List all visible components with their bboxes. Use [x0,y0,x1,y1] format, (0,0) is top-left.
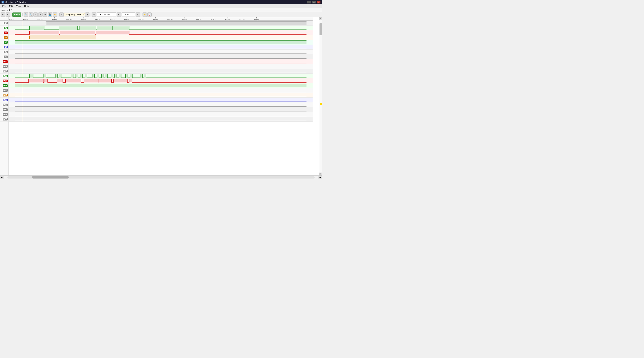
sep4 [90,13,91,16]
channel-label-d6[interactable]: D6 [0,40,8,45]
channel-dropdown-button[interactable]: ▾ [6,12,10,17]
trigger-button[interactable]: ⚡ [142,12,147,17]
run-icon: ▶ [14,13,16,15]
waveform-row-d17 [9,93,312,98]
open-button[interactable]: 📂 [53,12,57,17]
zoom-in-button[interactable]: 🔍 [24,12,28,17]
horizontal-scrollbar-thumb[interactable] [32,176,69,179]
channel-label-d13[interactable]: D13 [0,74,8,78]
channel-label-d10[interactable]: D10 [0,59,8,64]
right-scrollbar[interactable]: ▲ ▼ [319,17,322,175]
device-label[interactable]: Raspberry Pi PICO [64,13,85,16]
waveform-row-d14 [9,78,312,83]
menu-file[interactable]: File [1,4,7,8]
channel-label-d15[interactable]: D15 [0,83,8,88]
window-title: Session 1 - PulseView [6,1,26,3]
sample-rate-select[interactable]: 2.4 MHz 1.2 MHz 4.8 MHz [122,12,135,17]
sep1 [11,13,11,16]
waveform-row-d10 [9,59,312,64]
scrollbar-thumb[interactable] [320,23,322,35]
ruler-tick: +58 μs [124,17,129,21]
waveform-row-d4 [9,30,312,35]
menu-edit[interactable]: Edit [8,4,14,8]
session-bar: Session 1 ▾ [0,8,322,12]
channel-label-d8[interactable]: D8 [0,49,8,54]
ruler-tick: +68 μs [196,17,202,21]
channel-label-d19[interactable]: D19 [0,102,8,107]
menu-help[interactable]: Help [23,4,30,8]
channel-label-d7[interactable]: D7 [0,45,8,49]
channel-label-d12[interactable]: D12 [0,69,8,74]
maximize-button[interactable]: □ [312,1,316,3]
channel-label-d18[interactable]: D18 [0,98,8,102]
waveform-channels [9,21,312,122]
channel-label-d21[interactable]: D21 [0,112,8,117]
yellow-indicator [320,103,322,105]
waveform-row-d9 [9,54,312,59]
save-button[interactable]: 💾 [48,12,52,17]
minimize-button[interactable]: ─ [308,1,311,3]
redo-button[interactable]: ↪ [43,12,47,17]
close-button[interactable]: ✕ [316,1,320,3]
scroll-up-button[interactable]: ▲ [319,17,322,20]
device-settings-icon-button[interactable]: ⚙ [60,12,64,17]
device-dropdown-button[interactable]: ▾ [85,12,90,17]
waveform-row-d15 [9,83,312,88]
decoder-button[interactable]: 📊 [147,12,152,17]
channel-label-d14[interactable]: D14 [0,78,8,83]
waveform-area[interactable]: +42 μs+44 μs+46 μs+48 μs+50 μs+52 μs+54 … [9,17,319,175]
ruler-tick: +42 μs [9,17,14,21]
channel-label-d2[interactable]: D2 [0,21,8,25]
sample-count-dropdown[interactable]: ▾ [117,12,121,17]
ruler-tick: +70 μs [211,17,216,21]
sep5 [141,13,142,16]
ruler-tick: +72 μs [225,17,230,21]
sample-count-select[interactable]: 1 k samples 10 k samples 100 k samples [97,12,116,17]
app-icon: P [2,1,4,3]
scroll-right-button[interactable]: ▶ [318,176,322,179]
signal-area: D2D3D4D5D6D7D8D9D10D11D12D13D14D15D16D17… [0,17,322,175]
waveform-row-d6 [9,40,312,45]
ruler-tick: +48 μs [52,17,57,21]
channel-label-d16[interactable]: D16 [0,88,8,93]
waveform-inner: +42 μs+44 μs+46 μs+48 μs+50 μs+52 μs+54 … [9,17,312,175]
probe-icon-button[interactable]: 🖊 [92,12,96,17]
scroll-down-button[interactable]: ▼ [319,173,322,175]
undo-button[interactable]: ↩ [38,12,42,17]
sample-rate-dropdown[interactable]: ▾ [136,12,140,17]
channel-label-d11[interactable]: D11 [0,64,8,69]
ruler-tick: +62 μs [153,17,158,21]
channel-label-d3[interactable]: D3 [0,25,8,30]
menu-view[interactable]: View [15,4,22,8]
channel-labels: D2D3D4D5D6D7D8D9D10D11D12D13D14D15D16D17… [0,17,9,175]
ruler-tick: +74 μs [240,17,245,21]
sep2 [22,13,23,16]
channel-label-d17[interactable]: D17 [0,93,8,98]
sep3 [58,13,58,16]
run-button[interactable]: ▶ Run [12,12,21,17]
time-ruler: +42 μs+44 μs+46 μs+48 μs+50 μs+52 μs+54 … [9,17,312,21]
zoom-fit-button[interactable]: ⤢ [34,12,38,17]
channel-label-d20[interactable]: D20 [0,107,8,112]
waveform-row-d13 [9,74,312,78]
scroll-left-button[interactable]: ◀ [0,176,4,179]
channel-label-d5[interactable]: D5 [0,35,8,40]
add-channel-button[interactable]: + [1,12,5,17]
channel-label-d22[interactable]: D22 [0,117,8,122]
bottom-scrollbar[interactable]: ◀ ▶ [0,175,322,179]
waveform-row-d5 [9,35,312,40]
waveform-row-d22 [9,117,312,122]
waveform-row-d21 [9,112,312,117]
waveform-row-d8 [9,49,312,54]
channel-label-d4[interactable]: D4 [0,30,8,35]
ruler-tick: +46 μs [38,17,43,21]
waveform-row-d2 [9,21,312,25]
ruler-tick: +56 μs [110,17,115,21]
ruler-tick: +44 μs [23,17,28,21]
waveform-row-d19 [9,102,312,107]
ruler-tick: +50 μs [66,17,72,21]
channel-label-d9[interactable]: D9 [0,54,8,59]
zoom-out-button[interactable]: 🔍 [29,12,33,17]
session-label: Session 1 [1,9,10,11]
toolbar: + ▾ ▶ Run 🔍 🔍 ⤢ ↩ ↪ 💾 📂 ⚙ Raspberry Pi P… [0,12,322,17]
